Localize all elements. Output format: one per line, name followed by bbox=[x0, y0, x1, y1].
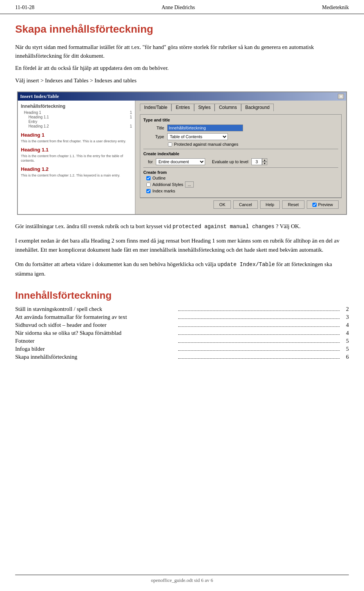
dialog-section: Insert Index/Table ✕ Innehållsförtecknin… bbox=[15, 91, 349, 215]
tab-index-table[interactable]: Index/Table bbox=[140, 104, 171, 111]
divider-2 bbox=[143, 167, 338, 168]
preview-heading-2: Heading 1.1 bbox=[21, 147, 132, 153]
help-button[interactable]: Help bbox=[260, 200, 280, 209]
title-input[interactable] bbox=[167, 125, 243, 131]
preview-heading-1: Heading 1 bbox=[21, 132, 132, 138]
preview-body-1: This is the content from the first chapt… bbox=[21, 139, 132, 144]
toc-page-num: 4 bbox=[341, 322, 349, 328]
body-para3-prefix: Om du fortsätter att arbeta vidare i dok… bbox=[15, 261, 216, 267]
dialog-body: Innehållsförteckning Heading 11 Heading … bbox=[18, 101, 346, 214]
additional-styles-row: Additional Styles ... bbox=[146, 181, 338, 188]
footer-text: openoffice_guide.odt sid 6 av 6 bbox=[151, 577, 213, 583]
toc-item-text: Fotnoter bbox=[15, 338, 177, 344]
body-section-3: Om du fortsätter att arbeta vidare i dok… bbox=[15, 260, 349, 278]
page-footer: openoffice_guide.odt sid 6 av 6 bbox=[15, 575, 349, 583]
cancel-button[interactable]: Cancel bbox=[233, 200, 257, 209]
toc-item: Sidhuvud och sidfot – header and footer … bbox=[15, 321, 349, 329]
outline-row: Outline bbox=[146, 176, 338, 180]
preview-body-3: This is the content from chapter 1.2. Th… bbox=[21, 173, 132, 178]
body-para1: Gör inställningar t.ex. ändra till svens… bbox=[15, 222, 349, 231]
for-row: for Entire document Evaluate up to level bbox=[143, 158, 338, 165]
toc-item: Fotnoter 5 bbox=[15, 337, 349, 345]
toc-page-num: 6 bbox=[341, 354, 349, 360]
toc-section-title: Innehållsförteckning bbox=[15, 290, 349, 301]
preview-button[interactable]: Preview bbox=[307, 200, 339, 209]
toc-section: Innehållsförteckning Ställ in stavningsk… bbox=[15, 290, 349, 361]
create-index-label: Create index/table bbox=[143, 151, 338, 156]
ok-button[interactable]: OK bbox=[213, 200, 231, 209]
outline-label: Outline bbox=[152, 176, 166, 180]
dialog-tabs: Index/Table Entries Styles Columns Backg… bbox=[140, 104, 342, 111]
body-para1-suffix: ? Välj OK. bbox=[276, 223, 301, 229]
dialog-buttons: OK Cancel Help Reset Preview bbox=[140, 198, 342, 211]
preview-checkbox[interactable] bbox=[312, 203, 317, 207]
preview-entry-4: Heading 1.21 bbox=[21, 124, 132, 128]
intro-para1: När du styrt sidan med formatmallar istä… bbox=[15, 43, 349, 60]
additional-styles-button[interactable]: ... bbox=[185, 181, 193, 188]
evaluate-value-input[interactable] bbox=[251, 158, 262, 165]
toc-item-text: Infoga bilder bbox=[15, 346, 177, 352]
dialog-titlebar: Insert Index/Table ✕ bbox=[18, 92, 346, 101]
header-company: Medieteknik bbox=[322, 5, 349, 11]
tab-columns[interactable]: Columns bbox=[215, 104, 241, 111]
spin-up-button[interactable]: ▲ bbox=[262, 158, 267, 162]
page-title: Skapa innehållsförteckning bbox=[15, 23, 349, 35]
main-content: Skapa innehållsförteckning När du styrt … bbox=[0, 14, 364, 376]
create-index-section: Create index/table for Entire document E… bbox=[143, 151, 338, 165]
index-marks-row: Index marks bbox=[146, 189, 338, 193]
divider-1 bbox=[143, 149, 338, 149]
toc-item: Skapa innehållsförteckning 6 bbox=[15, 353, 349, 361]
toc-dots bbox=[178, 322, 340, 327]
body-para1-text: Gör inställningar t.ex. ändra till svens… bbox=[15, 223, 171, 229]
toc-page-num: 3 bbox=[341, 314, 349, 320]
preview-entry-2: Heading 1.11 bbox=[21, 115, 132, 119]
toc-dots bbox=[178, 346, 340, 351]
spin-down-button[interactable]: ▼ bbox=[262, 162, 267, 165]
toc-item: Infoga bilder 5 bbox=[15, 345, 349, 353]
for-select[interactable]: Entire document bbox=[156, 158, 205, 165]
protected-checkbox[interactable] bbox=[168, 142, 172, 147]
body-para3: Om du fortsätter att arbeta vidare i dok… bbox=[15, 260, 349, 278]
toc-page-num: 4 bbox=[341, 330, 349, 336]
outline-checkbox[interactable] bbox=[146, 176, 151, 180]
type-select[interactable]: Table of Contents bbox=[167, 133, 228, 140]
body-code1: protected against manual changes bbox=[173, 224, 275, 230]
type-label: Type bbox=[143, 134, 164, 139]
for-label: for bbox=[143, 159, 153, 164]
insert-instruction: Välj insert > Indexes and Tables > Index… bbox=[15, 76, 349, 85]
tab-entries[interactable]: Entries bbox=[171, 104, 194, 111]
reset-button[interactable]: Reset bbox=[282, 200, 304, 209]
header-author: Anne Diedrichs bbox=[162, 5, 195, 11]
page-container: 11-01-28 Anne Diedrichs Medieteknik Skap… bbox=[0, 0, 364, 591]
toc-dots bbox=[178, 338, 340, 343]
insert-dialog: Insert Index/Table ✕ Innehållsförtecknin… bbox=[17, 91, 347, 215]
body-code3: update Index/Table bbox=[218, 262, 275, 268]
protected-label: Protected against manual changes bbox=[174, 142, 238, 147]
preview-entry-1: Heading 11 bbox=[21, 110, 132, 115]
index-marks-checkbox[interactable] bbox=[146, 189, 151, 193]
tab-content-index-table: Type and title Title Type Table of Conte… bbox=[140, 114, 342, 198]
dialog-preview-panel: Innehållsförteckning Heading 11 Heading … bbox=[18, 101, 135, 214]
create-from-section: Create from Outline Additional Styles ..… bbox=[143, 170, 338, 193]
preview-entry-3: Entry bbox=[21, 120, 132, 124]
toc-item: Ställ in stavningskontroll / spell check… bbox=[15, 305, 349, 313]
protected-row: Protected against manual changes bbox=[168, 142, 338, 147]
tab-background[interactable]: Background bbox=[241, 104, 274, 111]
dialog-close-button[interactable]: ✕ bbox=[338, 94, 344, 99]
evaluate-label: Evaluate up to level bbox=[212, 159, 248, 164]
dialog-right-panel: Index/Table Entries Styles Columns Backg… bbox=[135, 101, 346, 214]
title-label: Title bbox=[143, 126, 164, 130]
toc-dots bbox=[178, 306, 340, 311]
header-date: 11-01-28 bbox=[15, 5, 35, 11]
toc-page-num: 5 bbox=[341, 338, 349, 344]
toc-page-num: 2 bbox=[341, 306, 349, 312]
body-section-1: Gör inställningar t.ex. ändra till svens… bbox=[15, 222, 349, 231]
additional-styles-checkbox[interactable] bbox=[146, 183, 151, 187]
title-row: Title bbox=[143, 125, 338, 131]
spinner-buttons: ▲ ▼ bbox=[262, 158, 267, 165]
preview-body-2: This is the content from chapter 1.1. Th… bbox=[21, 154, 132, 163]
toc-dots bbox=[178, 330, 340, 335]
evaluate-spinner: ▲ ▼ bbox=[251, 158, 267, 165]
tab-styles[interactable]: Styles bbox=[194, 104, 215, 111]
toc-item: Att använda formatmallar för formatering… bbox=[15, 313, 349, 321]
